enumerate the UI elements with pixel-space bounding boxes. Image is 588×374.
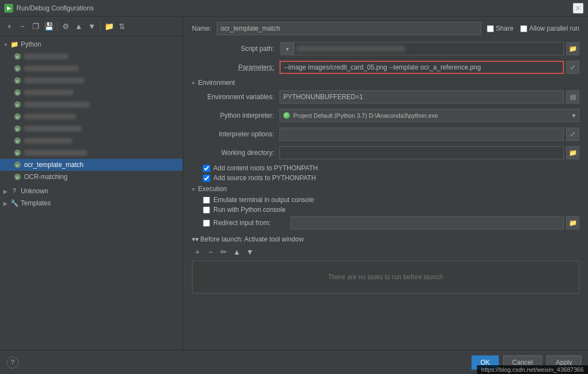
env-vars-input[interactable] [280, 90, 564, 103]
add-content-roots-checkbox[interactable] [203, 165, 210, 172]
tree-python-group[interactable]: ▾ 📁 Python [0, 38, 183, 50]
parameters-label: Parameters: [192, 64, 280, 71]
environment-section-header[interactable]: ▾ Environment [192, 79, 579, 87]
before-launch-remove-button[interactable]: − [205, 246, 216, 257]
before-launch-edit-button[interactable]: ✏ [218, 246, 229, 257]
interpreter-value: Project Default (Python 3.7) D:\Anaconda… [293, 112, 438, 119]
save-config-button[interactable]: 💾 [43, 20, 55, 32]
environment-arrow: ▾ [192, 80, 195, 86]
tree-blurred-1[interactable] [0, 50, 183, 62]
script-path-browse-button[interactable]: 📁 [566, 42, 579, 55]
app-icon: ▶ [4, 4, 13, 13]
python-folder-icon: 📁 [10, 40, 19, 49]
allow-parallel-label[interactable]: Allow parallel run [520, 25, 579, 32]
before-launch-up-button[interactable]: ▲ [231, 246, 242, 257]
tree-blurred-4[interactable] [0, 87, 183, 99]
share-checkbox[interactable] [487, 25, 494, 32]
redirect-input-label[interactable]: Redirect input from: [213, 219, 271, 227]
unknown-label: Unknown [21, 187, 48, 195]
run-with-python-checkbox[interactable] [203, 206, 210, 214]
add-source-roots-label[interactable]: Add source roots to PYTHONPATH [213, 174, 316, 182]
tree-blurred-6[interactable] [0, 111, 183, 123]
run-icon-6 [13, 112, 22, 121]
allow-parallel-checkbox[interactable] [520, 25, 527, 32]
script-path-row: Script path: ▾ 📁 [192, 42, 579, 56]
before-launch-down-button[interactable]: ▼ [244, 246, 255, 257]
redirect-input-field[interactable] [290, 216, 564, 229]
working-dir-input[interactable] [280, 146, 564, 159]
tree-item-ocr-template-match[interactable]: ocr_template_match [0, 159, 183, 171]
bottom-bar: ? OK Cancel Apply https://blog.csdn.net/… [0, 350, 588, 374]
blurred-label-6 [24, 114, 76, 119]
sort-button[interactable]: ⇅ [116, 20, 128, 32]
tree-blurred-2[interactable] [0, 62, 183, 74]
close-button[interactable]: ✕ [573, 3, 584, 14]
templates-group-arrow: ▶ [2, 200, 9, 206]
blurred-label-3 [24, 78, 84, 83]
tree-blurred-7[interactable] [0, 123, 183, 135]
python-interpreter-label: Python interpreter: [192, 112, 280, 119]
blurred-label-5 [24, 102, 90, 107]
emulate-terminal-row: Emulate terminal in output console [203, 196, 579, 204]
before-launch-add-button[interactable]: + [192, 246, 203, 257]
add-content-roots-label[interactable]: Add content roots to PYTHONPATH [213, 164, 318, 172]
execution-label: Execution [198, 185, 227, 193]
execution-section-header[interactable]: ▾ Execution [192, 185, 579, 193]
interpreter-dropdown[interactable]: Project Default (Python 3.7) D:\Anaconda… [280, 109, 579, 122]
interpreter-options-input-area: ⤢ [280, 128, 579, 141]
help-button[interactable]: ? [7, 356, 19, 369]
unknown-group-arrow: ▶ [2, 188, 9, 194]
name-input[interactable] [217, 22, 481, 35]
tree-unknown-group[interactable]: ▶ ? Unknown [0, 185, 183, 197]
tree-item-ocr-matching[interactable]: OCR-matching [0, 171, 183, 183]
script-path-label: Script path: [192, 45, 280, 53]
tree-blurred-5[interactable] [0, 99, 183, 111]
working-dir-browse-button[interactable]: 📁 [566, 146, 579, 159]
share-checkbox-label[interactable]: Share [487, 25, 514, 32]
tree-templates-group[interactable]: ▶ 🔧 Templates [0, 197, 183, 209]
blurred-label-4 [24, 90, 73, 95]
tree-blurred-9[interactable] [0, 147, 183, 159]
run-icon-1 [13, 52, 22, 61]
copy-config-button[interactable]: ❐ [30, 20, 42, 32]
parameters-row: Parameters: ⤢ [192, 60, 579, 74]
interpreter-options-input[interactable] [280, 128, 564, 141]
tree-blurred-3[interactable] [0, 74, 183, 87]
folder-button[interactable]: 📁 [103, 20, 115, 32]
run-with-python-row: Run with Python console [203, 206, 579, 214]
interpreter-options-expand-button[interactable]: ⤢ [566, 128, 579, 141]
script-path-input-area: 📁 [294, 42, 579, 55]
settings-button[interactable]: ⚙ [60, 20, 72, 32]
down-button[interactable]: ▼ [86, 20, 98, 32]
tree-blurred-8[interactable] [0, 135, 183, 147]
run-icon-3 [13, 76, 22, 85]
parameters-input-area: ⤢ [280, 61, 579, 74]
emulate-terminal-checkbox[interactable] [203, 197, 210, 204]
no-tasks-label: There are no tasks to run before launch [328, 273, 443, 281]
working-dir-row: Working directory: 📁 [192, 146, 579, 160]
add-source-roots-checkbox[interactable] [203, 175, 210, 182]
before-launch-header[interactable]: ▾ ▾ Before launch: Activate tool window [192, 235, 579, 243]
redirect-input-area: 📁 [290, 216, 579, 229]
env-vars-edit-button[interactable]: ▤ [566, 90, 579, 103]
blurred-label-2 [24, 66, 79, 71]
run-icon-5 [13, 100, 22, 109]
parameters-input[interactable] [280, 61, 564, 74]
up-button[interactable]: ▲ [73, 20, 85, 32]
emulate-terminal-label[interactable]: Emulate terminal in output console [213, 196, 314, 204]
before-launch-area: There are no tasks to run before launch [192, 261, 579, 294]
environment-label: Environment [198, 79, 235, 87]
parameters-expand-button[interactable]: ⤢ [566, 61, 579, 74]
left-panel: + − ❐ 💾 ⚙ ▲ ▼ 📁 ⇅ ▾ 📁 [0, 16, 183, 350]
run-with-python-label[interactable]: Run with Python console [213, 206, 286, 214]
redirect-input-checkbox[interactable] [203, 220, 210, 227]
interpreter-chevron: ▾ [572, 112, 575, 119]
blurred-label-1 [24, 54, 68, 59]
config-tree: ▾ 📁 Python [0, 36, 183, 350]
execution-arrow: ▾ [192, 186, 195, 192]
run-icon-4 [13, 88, 22, 97]
script-type-dropdown[interactable]: ▾ [281, 42, 294, 55]
add-config-button[interactable]: + [3, 20, 15, 32]
remove-config-button[interactable]: − [16, 20, 28, 32]
redirect-input-browse-button[interactable]: 📁 [566, 216, 579, 229]
